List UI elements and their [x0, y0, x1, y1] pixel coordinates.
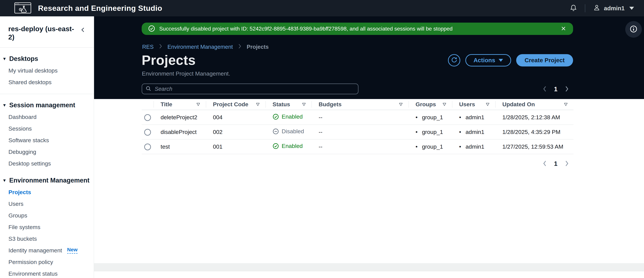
next-page-button[interactable]: [564, 160, 570, 168]
table-row: disableProject002Disabled--•group_1•admi…: [142, 125, 574, 140]
sidebar-item-label: File systems: [8, 224, 40, 231]
divider: [585, 4, 585, 12]
close-icon: [560, 29, 567, 32]
cell-users: •admin1: [452, 140, 495, 154]
column-filter-icon[interactable]: [442, 102, 446, 107]
column-filter-icon[interactable]: [196, 102, 200, 107]
pagination-top: 1: [542, 84, 570, 95]
column-filter-icon[interactable]: [564, 102, 568, 107]
col-title[interactable]: Title: [154, 99, 206, 110]
col-updated-on[interactable]: Updated On: [495, 99, 574, 110]
search-input[interactable]: [154, 85, 355, 92]
refresh-button[interactable]: [448, 54, 460, 66]
success-icon: [148, 25, 155, 33]
create-project-label: Create Project: [524, 57, 565, 64]
column-filter-icon[interactable]: [486, 102, 490, 107]
projects-table-body: deleteProject2004Enabled--•group_1•admin…: [142, 110, 574, 154]
sidebar-item-desktop-settings[interactable]: Desktop settings: [0, 158, 94, 169]
sidebar-item-users[interactable]: Users: [0, 198, 94, 210]
chevron-right-icon: [158, 43, 163, 50]
sidebar-item-shared-desktops[interactable]: Shared desktops: [0, 76, 94, 88]
column-filter-icon[interactable]: [256, 102, 260, 107]
user-menu[interactable]: admin1: [593, 4, 634, 13]
current-page[interactable]: 1: [554, 86, 558, 93]
col-status[interactable]: Status: [266, 99, 312, 110]
col-label: Groups: [416, 101, 436, 107]
col-groups[interactable]: Groups: [408, 99, 452, 110]
cell-title: test: [154, 140, 206, 154]
row-radio[interactable]: [144, 114, 151, 121]
sidebar-item-projects[interactable]: Projects: [0, 186, 94, 198]
breadcrumb-res[interactable]: RES: [142, 44, 154, 50]
sidebar-item-s3-buckets[interactable]: S3 buckets: [0, 233, 94, 245]
sidebar-item-label: Debugging: [8, 149, 36, 155]
col-users[interactable]: Users: [452, 99, 495, 110]
sidebar-item-debugging[interactable]: Debugging: [0, 146, 94, 158]
status-badge: Disabled: [272, 128, 304, 135]
status-disabled-icon: [272, 128, 279, 135]
prev-page-button[interactable]: [542, 85, 548, 93]
sidebar-section-header[interactable]: ▼Desktops: [0, 48, 94, 65]
row-radio[interactable]: [144, 144, 151, 150]
sidebar-section-header[interactable]: ▼Session management: [0, 94, 94, 111]
table-row: deleteProject2004Enabled--•group_1•admin…: [142, 110, 574, 125]
cell-status: Disabled: [266, 125, 312, 140]
status-label: Disabled: [282, 128, 304, 135]
cell-groups: •group_1: [408, 125, 452, 140]
sidebar-item-file-systems[interactable]: File systems: [0, 221, 94, 233]
disclosure-triangle-icon: ▼: [2, 103, 6, 107]
deployment-title[interactable]: res-deploy (us-east-2): [8, 25, 74, 41]
sidebar-section-label: Environment Management: [9, 177, 90, 184]
chevron-right-icon: [564, 85, 570, 93]
prev-page-button[interactable]: [542, 160, 548, 168]
sidebar-item-label: Dashboard: [8, 114, 36, 120]
tools-info-button[interactable]: [625, 21, 642, 38]
app-title: Research and Engineering Studio: [38, 4, 162, 13]
bullet-icon: •: [459, 143, 461, 150]
cell-status: Enabled: [266, 140, 312, 154]
cell-updated-on: 1/27/2025, 12:59:53 AM: [495, 140, 574, 154]
cell-updated-on: 1/28/2025, 4:35:29 PM: [495, 125, 574, 140]
status-label: Enabled: [282, 113, 303, 120]
sidebar-section-header[interactable]: ▼Environment Management: [0, 169, 94, 186]
col-project-code[interactable]: Project Code: [206, 99, 266, 110]
row-select-cell: [142, 110, 154, 125]
sidebar-item-groups[interactable]: Groups: [0, 210, 94, 221]
next-page-button[interactable]: [564, 85, 570, 93]
brand[interactable]: Research and Engineering Studio: [14, 2, 162, 14]
sidebar-item-identity-management[interactable]: Identity managementNew: [0, 245, 94, 256]
cell-title: disableProject: [154, 125, 206, 140]
create-project-button[interactable]: Create Project: [516, 54, 573, 66]
notifications-button[interactable]: [570, 4, 577, 12]
info-icon: [630, 25, 638, 33]
status-badge: Enabled: [272, 143, 303, 149]
chevron-right-icon: [564, 160, 570, 168]
user-name: admin1: [466, 143, 484, 150]
sidebar-item-label: Permission policy: [8, 259, 53, 265]
sidebar-item-my-virtual-desktops[interactable]: My virtual desktops: [0, 65, 94, 76]
sidebar-item-sessions[interactable]: Sessions: [0, 123, 94, 134]
pagination-bottom: 1: [542, 158, 570, 169]
actions-label: Actions: [474, 57, 495, 64]
sidebar-nav: ▼DesktopsMy virtual desktopsShared deskt…: [0, 48, 94, 278]
sidebar-item-dashboard[interactable]: Dashboard: [0, 111, 94, 123]
dismiss-flash-button[interactable]: [560, 25, 567, 32]
row-radio[interactable]: [144, 129, 151, 136]
group-name: group_1: [422, 114, 443, 120]
top-navigation: Research and Engineering Studio admin1: [0, 0, 644, 16]
sidebar-item-environment-status[interactable]: Environment status: [0, 268, 94, 278]
sidebar-item-software-stacks[interactable]: Software stacks: [0, 134, 94, 146]
column-filter-icon[interactable]: [399, 102, 403, 107]
bullet-icon: •: [459, 114, 461, 120]
breadcrumb-environment-management[interactable]: Environment Management: [168, 44, 233, 50]
breadcrumb-current: Projects: [247, 44, 269, 50]
col-label: Updated On: [502, 101, 535, 107]
current-page[interactable]: 1: [554, 160, 558, 167]
user-name: admin1: [466, 129, 484, 135]
col-budgets[interactable]: Budgets: [312, 99, 408, 110]
column-filter-icon[interactable]: [302, 102, 306, 107]
actions-dropdown-button[interactable]: Actions: [465, 54, 511, 66]
horizontal-scrollbar-track[interactable]: [94, 263, 644, 271]
sidebar-item-permission-policy[interactable]: Permission policy: [0, 256, 94, 268]
collapse-sidebar-button[interactable]: [80, 26, 86, 34]
